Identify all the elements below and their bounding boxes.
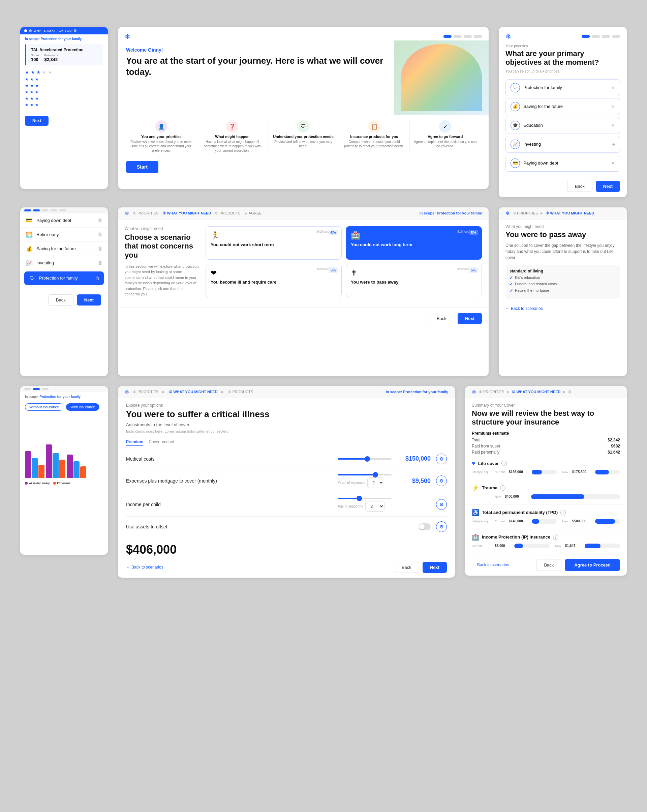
life-cover-info[interactable]: i: [501, 461, 507, 466]
agree-button[interactable]: Agree to Proceed: [565, 559, 620, 571]
logo-icon: ❄: [505, 210, 510, 217]
priority-btn-3[interactable]: 🎓 Education ✕: [505, 117, 620, 134]
step-needs: ② WHAT YOU MIGHT NEED: [546, 211, 594, 215]
ip-cover-header: 🏥 Income Protection (IP) insurance i: [472, 533, 620, 541]
back-to-scenarios-link[interactable]: ← Back to scenarios: [472, 562, 509, 567]
greeting: Welcome Ginny!: [126, 47, 386, 53]
priorities-card: ❄ Your priorities What are your primary …: [499, 27, 627, 197]
scenario-card-3[interactable]: ❤ You become ill and require care likeli…: [206, 264, 342, 297]
step-dot-2: [29, 29, 32, 32]
pi-icon-2: 🌅: [26, 231, 33, 238]
assets-toggle[interactable]: [419, 524, 431, 530]
age-select[interactable]: 21821: [365, 501, 385, 511]
options-content: Medical costs $150,000 ⚙ Expenses plus m…: [118, 449, 455, 537]
scenario-title-1: You could not work short term: [211, 242, 336, 248]
priority-close-1[interactable]: ✕: [611, 85, 615, 90]
priority-btn-4[interactable]: 📈 Investing +: [505, 136, 620, 153]
tpd-icon: ♿: [472, 509, 479, 516]
pi-trash-1[interactable]: 🗑: [98, 218, 102, 223]
pi-icon-4: 📈: [26, 259, 33, 266]
life-cover-title: Life cover: [478, 461, 499, 466]
priority-btn-1[interactable]: 🛡 Protection for family ✕: [505, 79, 620, 96]
scenario-card-1[interactable]: 🏃 You could not work short term likeliho…: [206, 226, 342, 259]
pi-trash-2[interactable]: 🗑: [98, 232, 102, 237]
step-4-title: Insurance products for you: [343, 134, 406, 139]
tpd-title: Total and permanent disability (TPD): [482, 510, 558, 515]
medical-costs-icon-btn[interactable]: ⚙: [436, 453, 447, 464]
step-5-desc: Agree to implement the advice so you can…: [413, 140, 477, 148]
pi-label-3: Saving for the future: [37, 246, 94, 251]
priority-btn-2[interactable]: 💰 Saving for the future ✕: [505, 98, 620, 115]
scenario-card-4[interactable]: ✝ You were to pass away likelihood 5%: [346, 264, 482, 297]
toggle-row: Without insurance With insurance: [20, 400, 108, 414]
step-4-desc: Compare what products you could purchase…: [343, 140, 406, 148]
expenses-slider[interactable]: [338, 474, 391, 475]
medical-costs-slider[interactable]: [338, 458, 391, 459]
tpd-new-label: New: [562, 520, 568, 523]
toggle-with-insurance[interactable]: With insurance: [66, 403, 99, 411]
slider-thumb-1[interactable]: [365, 456, 370, 462]
next-button[interactable]: Next: [596, 181, 620, 192]
bar-group-2: [46, 444, 65, 478]
priority-item-1[interactable]: 💳 Paying down debt 🗑: [20, 214, 108, 227]
priority-btn-5[interactable]: 💳 Paying down debt ✕: [505, 155, 620, 172]
back-button[interactable]: Back: [394, 562, 419, 573]
priority-close-3[interactable]: ✕: [611, 123, 615, 128]
pi-trash-5[interactable]: 🗑: [95, 276, 100, 281]
back-to-scenarios-link[interactable]: ← Back to scenarios: [126, 565, 163, 569]
tab-premium[interactable]: Premium: [126, 440, 143, 446]
logo-icon: ❄: [125, 389, 129, 395]
pi-trash-4[interactable]: 🗑: [98, 260, 102, 266]
life-bar-label-1: Lifestyle adj.: [472, 470, 492, 474]
step-products: ③: [568, 390, 571, 394]
tpd-info[interactable]: i: [560, 510, 566, 515]
back-button[interactable]: Back: [48, 295, 73, 305]
start-button[interactable]: Start: [126, 161, 158, 173]
income-child-icon-btn[interactable]: ⚙: [436, 499, 447, 510]
back-button[interactable]: Back: [567, 181, 592, 192]
income-child-slider[interactable]: [338, 498, 391, 499]
trauma-info[interactable]: i: [500, 485, 505, 491]
premium-super-val: $682: [611, 444, 620, 449]
priority-close-5[interactable]: ✕: [611, 160, 615, 166]
next-button[interactable]: Next: [458, 313, 482, 324]
scenario-title-3: You become ill and require care: [211, 279, 336, 285]
pi-icon-1: 💳: [26, 217, 33, 224]
summary-headline: Now we will review the best way to struc…: [465, 409, 627, 427]
tab-cover-amount[interactable]: Cover amount: [149, 440, 174, 446]
legend-expenses: Expenses: [53, 482, 71, 485]
next-button[interactable]: Next: [77, 295, 101, 305]
years-select[interactable]: 235: [367, 478, 384, 488]
life-bar-fill-new: [595, 470, 609, 475]
priority-item-5-active[interactable]: 🛡 Protection for family 🗑: [24, 272, 104, 285]
toggle-no-insurance[interactable]: Without insurance: [25, 403, 63, 411]
slider-fill-1: [338, 458, 367, 459]
priority-item-4[interactable]: 📈 Investing 🗑: [20, 256, 108, 270]
expenses-icon-btn[interactable]: ⚙: [436, 475, 447, 486]
slider-thumb-2[interactable]: [373, 472, 378, 478]
life-cover-icon: ♥: [472, 460, 475, 467]
sdot-2: [33, 209, 40, 211]
dot-4: [474, 35, 482, 38]
trauma-current-val: $400,000: [505, 495, 528, 498]
priority-add-4[interactable]: +: [612, 142, 615, 147]
priority-close-2[interactable]: ✕: [611, 104, 615, 109]
ip-bar-fill-current: [514, 543, 523, 548]
priority-item-2[interactable]: 🌅 Retire early 🗑: [20, 227, 108, 242]
back-button[interactable]: Back: [536, 559, 562, 571]
scenario-card-2[interactable]: 🏥 You could not work long term likelihoo…: [346, 226, 482, 259]
pi-trash-3[interactable]: 🗑: [98, 246, 102, 251]
life-cover-bar-row: Lifestyle adj. Current $135,000 New $175…: [472, 470, 620, 475]
assets-icon-btn[interactable]: ⚙: [436, 521, 447, 532]
slider-thumb-3[interactable]: [356, 496, 362, 501]
score-block: Score 100: [31, 53, 39, 62]
step-2-title: What might happen: [201, 134, 265, 139]
step-products: ③ PRODUCTS: [215, 211, 240, 215]
next-button[interactable]: Next: [423, 562, 447, 573]
priority-item-3[interactable]: 💰 Saving for the future 🗑: [20, 242, 108, 256]
back-to-scenarios-link[interactable]: ← Back to scenarios: [499, 303, 550, 314]
ip-info[interactable]: i: [553, 534, 559, 540]
pi-icon-3: 💰: [26, 246, 33, 252]
back-button[interactable]: Back: [429, 313, 454, 324]
next-button[interactable]: Next: [25, 116, 49, 126]
